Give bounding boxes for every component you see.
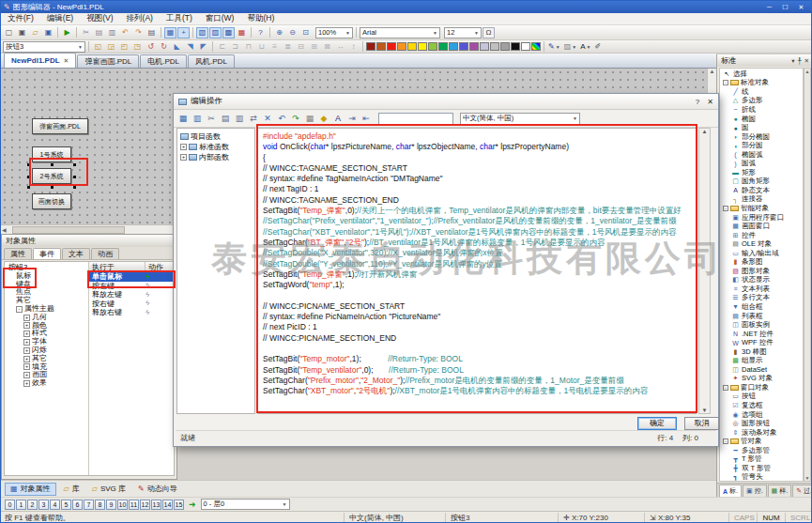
grid-icon[interactable]: ▦	[164, 27, 176, 38]
mirror-x-icon[interactable]: ◣	[171, 41, 183, 53]
color-swatch-9[interactable]	[459, 42, 468, 51]
canvas-button-画面切换[interactable]: 画面切换	[32, 193, 71, 209]
palette-item-.NET 控件[interactable]: N.NET 控件	[722, 330, 803, 339]
palette-item-图形对象[interactable]: ▨图形对象	[722, 267, 803, 276]
palette-item-应用程序窗口[interactable]: ▣应用程序窗口	[722, 213, 803, 223]
layer-button-15[interactable]: 15	[174, 500, 184, 510]
layer-button-9[interactable]: 9	[106, 500, 116, 510]
palette-item-面板实例[interactable]: ◫面板实例	[722, 320, 803, 330]
selected-object-combo[interactable]: 按钮3▼	[3, 41, 85, 53]
layer-button-6[interactable]: 6	[72, 500, 83, 510]
close-button[interactable]: ✕	[794, 2, 808, 12]
center-v-icon[interactable]: ≣	[282, 41, 294, 53]
expander-icon[interactable]: +	[23, 380, 30, 387]
color-swatch-2[interactable]	[387, 42, 396, 51]
redo-icon[interactable]: ↷	[132, 27, 145, 38]
print-icon[interactable]: ▤	[146, 27, 158, 38]
tab-属性[interactable]: 属性	[4, 248, 32, 259]
color-swatch-14[interactable]	[511, 42, 520, 51]
color-swatch-3[interactable]	[397, 42, 406, 51]
action-bolt-icon[interactable]: ϟ	[146, 291, 149, 299]
selection-handle[interactable]	[51, 186, 54, 189]
expander-icon[interactable]: +	[23, 315, 30, 321]
palette-item-窗口对象[interactable]: -窗口对象	[722, 383, 803, 392]
center-h-icon[interactable]: ≡	[268, 41, 281, 53]
open-icon[interactable]: ▱	[29, 27, 41, 38]
palette-item-椭圆弧[interactable]: (椭圆弧	[722, 150, 803, 160]
palette-item-T 形管[interactable]: ┳T 形管	[722, 455, 803, 465]
menu-item-工具(T)[interactable]: 工具(T)	[160, 13, 199, 24]
palette-item-画面窗口[interactable]: ▦画面窗口	[722, 222, 803, 231]
expander-icon[interactable]: +	[23, 331, 30, 337]
prop-tree-颜色[interactable]: +颜色	[7, 322, 88, 331]
scroll-down-icon[interactable]: ▼	[702, 408, 708, 413]
palette-item-列表框[interactable]: ▤列表框	[722, 312, 803, 321]
font-size-select[interactable]: 12▼	[444, 27, 482, 38]
palette-item-多行文本[interactable]: ☰多行文本	[722, 294, 803, 303]
palette-item-管弯头[interactable]: ┓管弯头	[722, 473, 803, 482]
align-right-icon[interactable]: ⊐	[229, 41, 241, 53]
expander-icon[interactable]: +	[23, 363, 30, 370]
menu-item-视图(V)[interactable]: 视图(V)	[80, 13, 119, 24]
dialog-help-button[interactable]: ?	[696, 98, 699, 106]
canvas-button-2号系统[interactable]: 2号系统	[32, 168, 71, 184]
palette-item-按钮[interactable]: ▭按钮	[722, 392, 803, 402]
scroll-down-icon[interactable]: ▼	[805, 475, 810, 481]
sidebar-close-icon[interactable]: ✕	[804, 57, 809, 65]
cut-icon[interactable]: ✂	[206, 112, 217, 125]
expander-icon[interactable]: -	[723, 80, 728, 85]
backward-icon[interactable]: ◳	[131, 41, 144, 53]
palette-item-WPF 控件[interactable]: WWPF 控件	[722, 338, 803, 347]
selection-handle[interactable]	[73, 186, 76, 189]
palette-item-3D 棒图[interactable]: ▮3D 棒图	[722, 347, 803, 357]
color-swatch-10[interactable]	[469, 42, 479, 51]
color-swatch-11[interactable]	[480, 42, 489, 51]
layer-button-1[interactable]: 1	[16, 500, 26, 510]
palette-item-DataSet[interactable]: ◫DataSet	[722, 365, 803, 375]
expander-icon[interactable]: -	[723, 206, 728, 211]
layer-button-12[interactable]: 12	[140, 500, 150, 510]
canvas-button-1号系统[interactable]: 1号系统	[32, 146, 71, 162]
palette-item-标准对象[interactable]: -标准对象	[722, 79, 803, 88]
paste-icon[interactable]: ▥	[234, 112, 245, 125]
layer-arrow-icon[interactable]: ➜	[189, 500, 196, 509]
palette-item-多边形[interactable]: △多边形	[722, 97, 803, 106]
sidebar-menu-icon[interactable]: ▾	[791, 57, 794, 65]
function-group-标准函数[interactable]: +标准函数	[180, 142, 254, 152]
styles-palette-icon[interactable]: ▩	[222, 27, 235, 38]
palette-item-多边形管[interactable]: ━多边形管	[722, 446, 803, 455]
layer-button-13[interactable]: 13	[151, 500, 161, 510]
same-width-icon[interactable]: ⊟	[295, 41, 307, 53]
function-group-内部函数[interactable]: +内部函数	[180, 152, 254, 162]
line-color-icon[interactable]: ✎▼	[547, 41, 561, 53]
layer-button-3[interactable]: 3	[38, 500, 49, 510]
palette-item-组合框[interactable]: ▼组合框	[722, 302, 803, 312]
prop-tree-画面[interactable]: +画面	[7, 371, 88, 379]
sidebar-scrollbar[interactable]: ▲▼	[804, 68, 811, 482]
tab-弹窗画面.PDL[interactable]: 弹窗画面.PDL	[77, 54, 139, 68]
rotate-right-icon[interactable]: ↻	[158, 41, 170, 53]
layer-button-14[interactable]: 14	[162, 500, 173, 510]
palette-tab-过.[interactable]: ✎过.	[792, 485, 812, 497]
zoom-select[interactable]: 100%▼	[315, 27, 353, 38]
palette-item-折线[interactable]: ~折线	[722, 105, 803, 115]
color-swatch-0[interactable]	[366, 42, 375, 51]
object-browser-icon[interactable]: ◆	[318, 112, 329, 125]
palette-item-输入/输出域[interactable]: ▭输入/输出域	[722, 249, 803, 258]
import-icon[interactable]: ⇥	[346, 112, 358, 125]
library-icon[interactable]: ▨	[209, 27, 222, 38]
compile-icon[interactable]: ▦	[177, 112, 189, 125]
align-left-icon[interactable]: ⊏	[216, 41, 228, 53]
process-pictures-icon[interactable]: ▦	[236, 27, 248, 38]
font-icon[interactable]: A	[332, 112, 344, 125]
same-size-icon[interactable]: ⊠	[321, 41, 333, 53]
expander-icon[interactable]: +	[23, 372, 30, 378]
expander-icon[interactable]: +	[180, 144, 187, 150]
prop-tree-填充[interactable]: +填充	[7, 363, 88, 372]
prop-tree-字体[interactable]: +字体	[7, 338, 88, 346]
mirror-y-icon[interactable]: ◥	[184, 41, 196, 53]
layer-button-11[interactable]: 11	[129, 500, 139, 510]
layer-button-5[interactable]: 5	[61, 500, 71, 510]
expander-icon[interactable]: -	[723, 385, 728, 391]
zoom-in-icon[interactable]: ⊕	[273, 27, 285, 38]
